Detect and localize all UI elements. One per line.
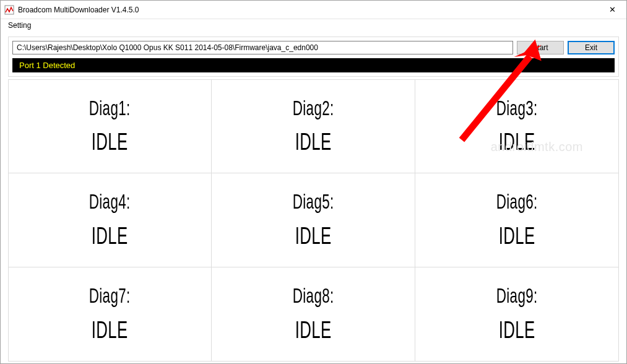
app-icon [4, 5, 14, 15]
diag-label: Diag5: [293, 191, 334, 213]
diag-grid: Diag1: IDLE Diag2: IDLE Diag3: IDLE Diag… [9, 80, 618, 361]
window-title: Broadcom MultiDownloader V1.4.5.0 [18, 6, 598, 14]
close-icon: ✕ [609, 5, 616, 14]
diag-status: IDLE [295, 223, 332, 249]
diag-grid-panel: Diag1: IDLE Diag2: IDLE Diag3: IDLE Diag… [8, 79, 619, 362]
menubar: Setting [1, 19, 626, 32]
diag-status: IDLE [92, 223, 128, 249]
diag-cell-8: Diag8: IDLE [212, 267, 415, 361]
window-controls: ✕ [598, 1, 626, 19]
start-button[interactable]: Start [517, 41, 564, 54]
toolbar-panel: Start Exit Port 1 Detected [8, 37, 619, 77]
diag-label: Diag7: [89, 285, 131, 307]
diag-cell-4: Diag4: IDLE [9, 173, 212, 267]
diag-label: Diag9: [496, 285, 537, 307]
diag-status: IDLE [92, 129, 128, 155]
diag-cell-9: Diag9: IDLE [415, 267, 618, 361]
diag-cell-6: Diag6: IDLE [415, 173, 618, 267]
diag-label: Diag8: [293, 285, 334, 307]
diag-label: Diag3: [496, 97, 537, 119]
diag-status: IDLE [295, 129, 332, 155]
titlebar: Broadcom MultiDownloader V1.4.5.0 ✕ [1, 1, 626, 19]
diag-status: IDLE [498, 318, 535, 344]
firmware-path-input[interactable] [12, 41, 513, 54]
diag-cell-7: Diag7: IDLE [9, 267, 212, 361]
diag-cell-3: Diag3: IDLE [415, 80, 618, 173]
status-bar: Port 1 Detected [12, 58, 615, 72]
diag-status: IDLE [498, 129, 535, 155]
diag-cell-2: Diag2: IDLE [212, 80, 415, 173]
path-row: Start Exit [12, 41, 615, 54]
diag-cell-5: Diag5: IDLE [212, 173, 415, 267]
diag-label: Diag1: [89, 97, 131, 119]
diag-label: Diag2: [293, 97, 334, 119]
diag-label: Diag4: [89, 191, 131, 213]
diag-status: IDLE [498, 223, 535, 249]
close-button[interactable]: ✕ [598, 1, 626, 19]
diag-label: Diag6: [496, 191, 537, 213]
menu-setting[interactable]: Setting [6, 20, 33, 31]
exit-button[interactable]: Exit [568, 41, 615, 54]
diag-status: IDLE [92, 318, 128, 344]
diag-status: IDLE [295, 318, 332, 344]
diag-cell-1: Diag1: IDLE [9, 80, 212, 173]
